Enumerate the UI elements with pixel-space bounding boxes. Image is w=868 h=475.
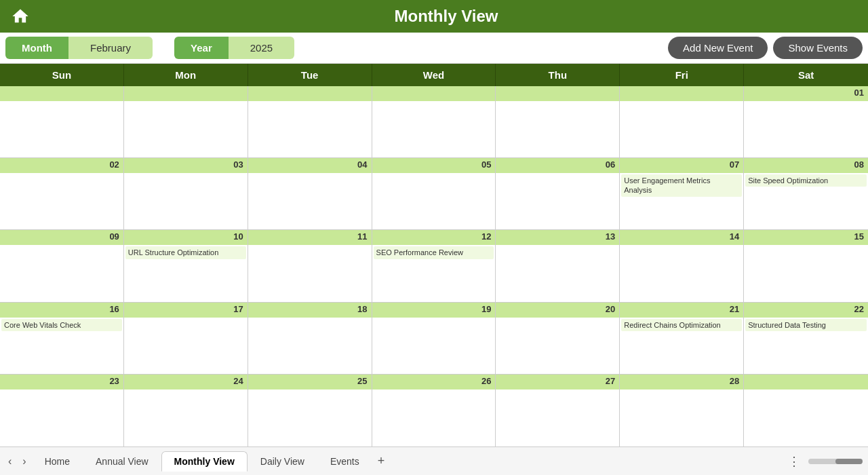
day-number: 23 [0,375,123,390]
day-number [0,86,123,101]
day-cell[interactable]: 04 [248,158,372,229]
day-header-fri: Fri [620,64,744,86]
day-cell[interactable] [496,86,620,157]
year-value[interactable]: 2025 [229,37,294,59]
day-header-tue: Tue [248,64,372,86]
day-cell[interactable]: 05 [372,158,496,229]
day-cell[interactable]: 12SEO Performance Review [372,230,496,301]
day-event[interactable]: Structured Data Testing [745,319,867,331]
day-number: 11 [248,230,372,245]
day-header-sat: Sat [744,64,868,86]
day-number: 06 [496,158,619,173]
day-number: 19 [372,303,496,318]
day-event[interactable]: Site Speed Optimization [745,174,867,187]
day-cell[interactable]: 26 [372,375,496,446]
day-number [372,86,496,101]
day-number: 26 [372,375,496,390]
day-event[interactable]: Core Web Vitals Check [1,319,122,331]
year-label: Year [174,37,229,59]
tab-next-button[interactable]: › [17,453,31,470]
day-cell[interactable]: 01 [744,86,868,157]
page-title: Monthly View [33,7,860,26]
day-headers-row: SunMonTueWedThuFriSat [0,64,868,86]
day-cell[interactable]: 17 [124,303,248,374]
day-cell[interactable] [124,86,248,157]
day-number: 10 [124,230,248,245]
scroll-track[interactable] [808,459,863,464]
day-event[interactable]: SEO Performance Review [374,246,494,259]
calendar: SunMonTueWedThuFriSat 01020304050607User… [0,64,868,446]
day-number: 13 [496,230,619,245]
day-header-thu: Thu [496,64,620,86]
day-cell[interactable]: 20 [496,303,620,374]
day-cell[interactable]: 18 [248,303,372,374]
day-number: 27 [496,375,619,390]
day-cell[interactable]: 13 [496,230,620,301]
day-cell[interactable]: 23 [0,375,124,446]
day-cell[interactable]: 22Structured Data Testing [744,303,868,374]
tab-annual-view[interactable]: Annual View [83,451,161,472]
day-number [248,86,372,101]
day-cell[interactable]: 28 [620,375,744,446]
day-cell[interactable]: 08Site Speed Optimization [744,158,868,229]
day-cell[interactable]: 06 [496,158,620,229]
show-events-button[interactable]: Show Events [773,37,863,59]
home-button[interactable] [8,4,33,28]
day-number [496,86,619,101]
day-cell[interactable]: 25 [248,375,372,446]
day-cell[interactable]: 07User Engagement Metrics Analysis [620,158,744,229]
day-number: 05 [372,158,496,173]
day-number [124,86,248,101]
day-number: 07 [620,158,743,173]
week-row-4: 232425262728 [0,375,868,446]
month-value[interactable]: February [68,37,153,59]
day-number [620,86,743,101]
day-cell[interactable]: 24 [124,375,248,446]
tab-daily-view[interactable]: Daily View [248,451,317,472]
day-cell[interactable]: 02 [0,158,124,229]
header: Monthly View [0,0,868,33]
day-cell[interactable]: 11 [248,230,372,301]
week-row-2: 0910URL Structure Optimization1112SEO Pe… [0,230,868,302]
day-event[interactable]: User Engagement Metrics Analysis [621,174,742,197]
week-row-1: 020304050607User Engagement Metrics Anal… [0,158,868,230]
tab-home[interactable]: Home [32,451,83,472]
day-cell[interactable] [744,375,868,446]
tab-add-button[interactable]: + [372,451,391,471]
day-number: 03 [124,158,248,173]
day-event[interactable]: Redirect Chains Optimization [621,319,742,331]
day-cell[interactable]: 27 [496,375,620,446]
day-cell[interactable]: 19 [372,303,496,374]
day-number: 20 [496,303,619,318]
day-cell[interactable]: 10URL Structure Optimization [124,230,248,301]
day-cell[interactable]: 21Redirect Chains Optimization [620,303,744,374]
calendar-grid: 01020304050607User Engagement Metrics An… [0,86,868,446]
day-number: 17 [124,303,248,318]
day-cell[interactable]: 16Core Web Vitals Check [0,303,124,374]
day-number: 28 [620,375,743,390]
day-header-wed: Wed [372,64,496,86]
day-cell[interactable]: 14 [620,230,744,301]
tab-prev-button[interactable]: ‹ [3,453,17,470]
day-cell[interactable] [620,86,744,157]
add-event-button[interactable]: Add New Event [668,37,768,59]
day-number: 22 [744,303,868,318]
day-event[interactable]: URL Structure Optimization [125,246,246,259]
tab-bar: ‹ › HomeAnnual ViewMonthly ViewDaily Vie… [0,446,868,475]
day-number [744,375,868,390]
day-cell[interactable]: 09 [0,230,124,301]
tab-menu-button[interactable]: ⋮ [783,451,806,472]
tab-events[interactable]: Events [317,451,372,472]
day-number: 24 [124,375,248,390]
day-cell[interactable] [0,86,124,157]
day-cell[interactable] [372,86,496,157]
day-number: 01 [744,86,868,101]
day-cell[interactable] [248,86,372,157]
tab-monthly-view[interactable]: Monthly View [161,451,248,472]
day-cell[interactable]: 15 [744,230,868,301]
day-number: 02 [0,158,123,173]
day-number: 14 [620,230,743,245]
week-row-3: 16Core Web Vitals Check1718192021Redirec… [0,303,868,375]
scroll-thumb [835,459,863,464]
day-cell[interactable]: 03 [124,158,248,229]
